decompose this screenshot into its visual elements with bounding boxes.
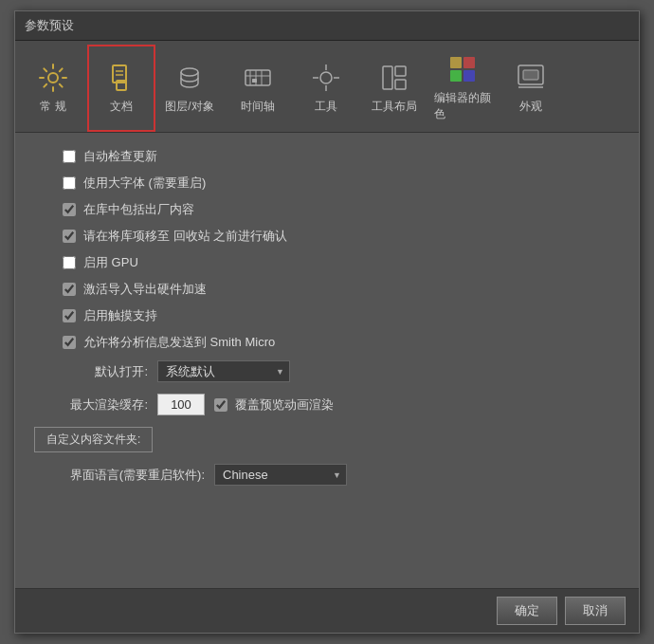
checkbox-analytics[interactable] — [63, 336, 76, 349]
toolbar-item-tools[interactable]: 工具 — [292, 45, 360, 132]
field-row-max-cache: 最大渲染缓存: 覆盖预览动画渲染 — [34, 394, 620, 415]
layers-icon — [173, 61, 207, 95]
check-row-enable-gpu: 启用 GPU — [63, 254, 620, 271]
content-area: 自动检查更新 使用大字体 (需要重启) 在库中包括出厂内容 请在将库项移至 回收… — [15, 133, 639, 588]
checkbox-overlay-preview[interactable] — [214, 398, 227, 412]
check-row-large-font: 使用大字体 (需要重启) — [63, 175, 620, 192]
btn-custom-folder[interactable]: 自定义内容文件夹: — [34, 427, 153, 452]
toolbar-item-timeline-label: 时间轴 — [241, 99, 275, 115]
check-row-analytics: 允许将分析信息发送到 Smith Micro — [63, 334, 620, 351]
dropdown-wrapper-default-open: 系统默认 — [157, 360, 290, 382]
toolbar-item-toolslayout-label: 工具布局 — [372, 99, 417, 115]
timeline-icon — [241, 61, 275, 95]
footer: 确定 取消 — [15, 588, 639, 633]
toolbar-item-document-label: 文档 — [110, 99, 133, 115]
checkbox-factory-content[interactable] — [63, 203, 76, 216]
toolbar-item-layers[interactable]: 图层/对象 — [155, 45, 224, 132]
toolbar-item-general-label: 常 规 — [40, 99, 65, 115]
checkboxes-section: 自动检查更新 使用大字体 (需要重启) 在库中包括出厂内容 请在将库项移至 回收… — [34, 148, 620, 351]
svg-rect-24 — [450, 70, 462, 82]
svg-rect-25 — [463, 70, 475, 82]
svg-rect-23 — [463, 57, 475, 68]
toolbar-item-layers-label: 图层/对象 — [165, 99, 213, 115]
dialog-title: 参数预设 — [25, 18, 74, 32]
label-touch-support: 启用触摸支持 — [83, 307, 157, 324]
toolbar-item-appearance[interactable]: 外观 — [497, 45, 565, 132]
checkbox-auto-update[interactable] — [63, 150, 76, 163]
check-row-overlay: 覆盖预览动画渲染 — [214, 396, 334, 414]
toolbar-item-toolslayout[interactable]: 工具布局 — [360, 45, 428, 132]
toolbar-item-editorcolors[interactable]: 编辑器的颜色 — [428, 45, 497, 132]
svg-rect-13 — [252, 79, 257, 83]
label-default-open: 默认打开: — [34, 363, 148, 380]
tools-icon — [309, 61, 343, 95]
label-language: 界面语言(需要重启软件): — [34, 467, 205, 484]
svg-point-5 — [181, 68, 198, 76]
ok-button[interactable]: 确定 — [497, 597, 557, 625]
label-analytics: 允许将分析信息发送到 Smith Micro — [83, 334, 275, 351]
checkbox-touch-support[interactable] — [63, 309, 76, 322]
input-max-cache[interactable] — [157, 394, 205, 415]
checkbox-hardware-accel[interactable] — [63, 283, 76, 296]
label-factory-content: 在库中包括出厂内容 — [83, 201, 194, 218]
svg-rect-28 — [523, 70, 538, 80]
toolbar-item-editorcolors-label: 编辑器的颜色 — [434, 90, 491, 122]
check-row-touch-support: 启用触摸支持 — [63, 307, 620, 324]
label-max-cache: 最大渲染缓存: — [34, 396, 148, 414]
toolbar-item-document[interactable]: 文档 — [87, 45, 155, 132]
appearance-icon — [514, 61, 548, 95]
field-row-custom-folder: 自定义内容文件夹: — [34, 427, 620, 452]
label-recycle-confirm: 请在将库项移至 回收站 之前进行确认 — [83, 228, 287, 245]
svg-point-14 — [320, 72, 332, 83]
checkbox-large-font[interactable] — [63, 176, 76, 190]
svg-rect-19 — [383, 66, 392, 89]
dropdown-language[interactable]: Chinese English Japanese — [214, 464, 347, 486]
check-row-factory-content: 在库中包括出厂内容 — [63, 201, 620, 218]
toolbar-item-tools-label: 工具 — [315, 99, 337, 115]
toolbar: 常 规 文档 — [15, 41, 639, 133]
svg-rect-21 — [395, 80, 406, 89]
toolbar-item-timeline[interactable]: 时间轴 — [224, 45, 292, 132]
label-large-font: 使用大字体 (需要重启) — [83, 175, 206, 192]
label-overlay-preview: 覆盖预览动画渲染 — [235, 396, 334, 414]
document-icon — [104, 61, 138, 95]
field-row-language: 界面语言(需要重启软件): Chinese English Japanese — [34, 464, 620, 486]
label-enable-gpu: 启用 GPU — [83, 254, 138, 271]
dropdown-default-open[interactable]: 系统默认 — [157, 360, 290, 382]
dropdown-wrapper-language: Chinese English Japanese — [214, 464, 347, 486]
check-row-hardware-accel: 激活导入导出硬件加速 — [63, 281, 620, 298]
svg-rect-22 — [450, 57, 462, 68]
checkbox-enable-gpu[interactable] — [63, 256, 76, 269]
title-bar: 参数预设 — [15, 11, 639, 41]
check-row-auto-update: 自动检查更新 — [63, 148, 620, 165]
toolslayout-icon — [377, 61, 411, 95]
checkbox-recycle-confirm[interactable] — [63, 230, 76, 243]
svg-rect-8 — [245, 70, 270, 85]
gear-icon — [36, 61, 70, 95]
svg-rect-20 — [395, 66, 406, 76]
svg-point-0 — [48, 73, 58, 83]
label-auto-update: 自动检查更新 — [83, 148, 157, 165]
cancel-button[interactable]: 取消 — [565, 597, 626, 625]
toolbar-item-appearance-label: 外观 — [519, 99, 542, 115]
preferences-dialog: 参数预设 常 规 文档 — [14, 10, 640, 634]
check-row-recycle-confirm: 请在将库项移至 回收站 之前进行确认 — [63, 228, 620, 245]
toolbar-item-general[interactable]: 常 规 — [19, 45, 87, 132]
field-row-default-open: 默认打开: 系统默认 — [34, 360, 620, 382]
editorcolors-icon — [445, 52, 480, 86]
label-hardware-accel: 激活导入导出硬件加速 — [83, 281, 207, 298]
